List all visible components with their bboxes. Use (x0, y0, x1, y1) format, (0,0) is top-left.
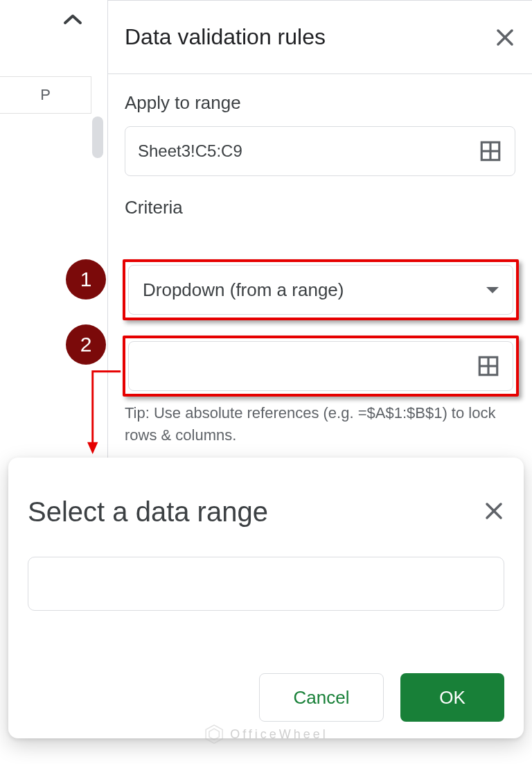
dialog-actions: Cancel OK (259, 673, 504, 722)
criteria-dropdown[interactable]: Dropdown (from a range) (128, 265, 513, 315)
apply-range-label: Apply to range (125, 92, 515, 114)
apply-range-value: Sheet3!C5:C9 (138, 141, 242, 161)
dialog-title: Select a data range (28, 496, 268, 528)
criteria-label: Criteria (125, 197, 515, 218)
annotation-highlight-2 (123, 336, 519, 397)
panel-title: Data validation rules (125, 24, 326, 50)
svg-marker-12 (209, 729, 219, 740)
watermark-text: OfficeWheel (230, 727, 328, 742)
criteria-range-field[interactable] (128, 341, 513, 391)
spreadsheet-area: P (0, 0, 107, 458)
data-range-input[interactable] (28, 557, 504, 611)
criteria-tip: Tip: Use absolute references (e.g. =$A$1… (125, 402, 520, 446)
ok-button[interactable]: OK (400, 673, 504, 722)
apply-range-field[interactable]: Sheet3!C5:C9 (125, 126, 515, 176)
select-data-range-dialog: Select a data range Cancel OK (8, 458, 524, 738)
cancel-button[interactable]: Cancel (259, 673, 384, 722)
logo-icon (204, 724, 224, 745)
scrollbar-thumb[interactable] (92, 116, 103, 158)
column-header-p[interactable]: P (0, 76, 91, 114)
annotation-badge-2: 2 (66, 324, 106, 365)
watermark: OfficeWheel (204, 724, 328, 745)
annotation-highlight-1: Dropdown (from a range) (123, 259, 519, 320)
criteria-dropdown-value: Dropdown (from a range) (143, 279, 344, 301)
apply-range-section: Apply to range Sheet3!C5:C9 (108, 74, 532, 176)
chevron-up-icon[interactable] (62, 12, 83, 29)
svg-marker-11 (206, 725, 222, 743)
close-icon[interactable] (484, 501, 504, 524)
select-range-icon[interactable] (479, 139, 502, 163)
dialog-header: Select a data range (28, 496, 504, 528)
annotation-badge-1: 1 (66, 259, 106, 299)
criteria-section: Criteria (108, 176, 532, 218)
select-range-icon[interactable] (477, 354, 500, 378)
chevron-down-icon (486, 287, 499, 293)
panel-header: Data validation rules (108, 1, 532, 74)
close-icon[interactable] (495, 27, 515, 48)
